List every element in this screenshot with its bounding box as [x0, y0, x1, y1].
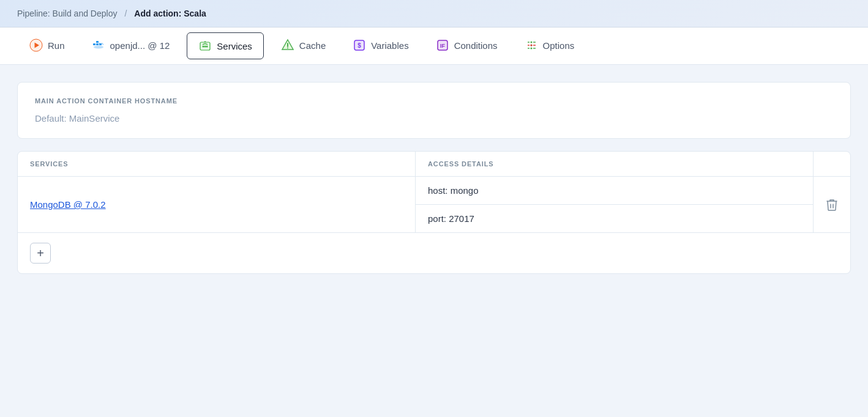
svg-rect-5 [96, 41, 99, 43]
services-col-header: SERVICES [18, 152, 416, 176]
svg-rect-3 [96, 43, 99, 45]
add-service-row: + [18, 233, 850, 273]
access-col-header: ACCESS DETAILS [416, 152, 814, 176]
svg-text:$: $ [357, 42, 361, 49]
conditions-icon: IF [436, 39, 449, 52]
hostname-card-value: Default: MainService [35, 113, 833, 124]
options-icon [525, 39, 538, 52]
tab-variables-label: Variables [371, 40, 408, 51]
variables-icon: $ [353, 39, 366, 52]
add-icon: + [37, 246, 44, 260]
tab-services[interactable]: Services [187, 32, 264, 59]
tab-options-label: Options [543, 40, 575, 51]
run-icon [29, 39, 43, 52]
breadcrumb-link[interactable]: Pipeline: Build and Deploy [17, 9, 117, 18]
svg-point-10 [206, 46, 208, 48]
tab-cache-label: Cache [299, 40, 326, 51]
breadcrumb-separator: / [124, 9, 127, 18]
tab-variables[interactable]: $ Variables [340, 28, 421, 64]
tab-cache[interactable]: Cache [269, 28, 338, 64]
table-row: MongoDB @ 7.0.2 host: mongo port: 27017 [18, 177, 850, 233]
svg-point-6 [94, 46, 103, 49]
main-content: MAIN ACTION CONTAINER HOSTNAME Default: … [0, 65, 868, 371]
hostname-card-label: MAIN ACTION CONTAINER HOSTNAME [35, 97, 833, 105]
services-card: SERVICES ACCESS DETAILS MongoDB @ 7.0.2 … [17, 151, 851, 274]
tab-run[interactable]: Run [17, 28, 77, 64]
trash-icon [826, 199, 837, 211]
services-table-header: SERVICES ACCESS DETAILS [18, 152, 850, 177]
add-service-button[interactable]: + [30, 243, 51, 264]
access-host: host: mongo [416, 177, 813, 205]
service-actions-cell [814, 177, 850, 232]
cache-icon [281, 39, 294, 52]
header-bar: Pipeline: Build and Deploy / Add action:… [0, 0, 868, 28]
service-name-link[interactable]: MongoDB @ 7.0.2 [30, 199, 106, 210]
svg-point-8 [203, 46, 204, 48]
svg-point-20 [530, 42, 532, 43]
hostname-card: MAIN ACTION CONTAINER HOSTNAME Default: … [17, 82, 851, 139]
tab-conditions[interactable]: IF Conditions [424, 28, 510, 64]
svg-point-22 [530, 48, 532, 50]
tab-conditions-label: Conditions [454, 40, 498, 51]
tab-bar: Run openjd... @ 12 [0, 28, 868, 65]
tab-openjdk[interactable]: openjd... @ 12 [80, 28, 182, 64]
tab-services-label: Services [217, 41, 252, 51]
tab-options[interactable]: Options [512, 28, 587, 64]
delete-service-button[interactable] [823, 195, 841, 215]
svg-text:IF: IF [440, 43, 446, 49]
services-icon [198, 39, 212, 53]
service-name-cell: MongoDB @ 7.0.2 [18, 177, 416, 232]
svg-point-9 [204, 46, 206, 48]
docker-icon [92, 39, 105, 52]
service-access-cell: host: mongo port: 27017 [416, 177, 814, 232]
access-port: port: 27017 [416, 205, 813, 232]
page-title: Add action: Scala [134, 9, 206, 18]
svg-point-13 [287, 48, 288, 49]
svg-rect-2 [93, 43, 95, 45]
tab-run-label: Run [48, 40, 65, 51]
actions-col-header [814, 152, 850, 176]
svg-point-27 [530, 45, 532, 46]
tab-openjdk-label: openjd... @ 12 [110, 40, 170, 51]
